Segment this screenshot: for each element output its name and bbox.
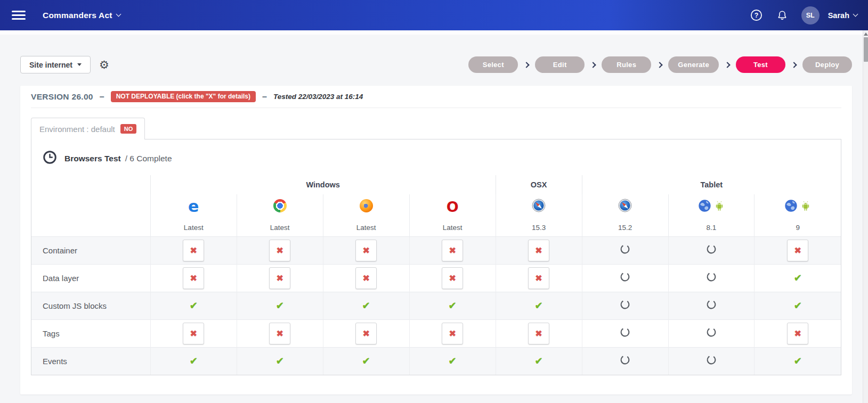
fail-x-button[interactable]: ✖ [528, 267, 549, 289]
user-avatar[interactable]: SL [801, 6, 820, 24]
fail-x-button[interactable]: ✖ [183, 240, 204, 261]
environment-tabs: Environment : default NO [31, 118, 841, 139]
pass-check-icon: ✔ [794, 273, 802, 283]
step-edit[interactable]: Edit [535, 56, 585, 73]
test-result-cell: ✔ [237, 292, 323, 319]
panel-complete-count: / 6 Complete [125, 154, 172, 163]
test-result-cell: ✖ [409, 236, 496, 264]
user-menu[interactable]: Sarah [828, 11, 857, 20]
fail-x-button[interactable]: ✖ [269, 267, 290, 289]
x-mark-icon: ✖ [794, 329, 801, 338]
test-result-cell: ✔ [323, 292, 409, 319]
scroll-up-icon[interactable] [864, 32, 868, 36]
x-mark-icon: ✖ [535, 329, 542, 338]
fail-x-button[interactable]: ✖ [528, 323, 549, 344]
fail-x-button[interactable]: ✖ [787, 240, 808, 261]
fail-x-button[interactable]: ✖ [183, 323, 204, 344]
top-navbar: Commanders Act ? SL Sarah [0, 0, 868, 30]
vertical-scrollbar[interactable] [863, 30, 868, 403]
fail-x-button[interactable]: ✖ [442, 240, 463, 261]
hamburger-menu-icon[interactable] [12, 9, 26, 22]
pass-check-icon: ✔ [362, 300, 370, 311]
platform-group-tablet: Tablet [582, 175, 841, 194]
browser-column-header [582, 194, 668, 219]
site-selector-dropdown[interactable]: Site internet [20, 56, 91, 73]
loading-spinner-icon [620, 327, 630, 338]
test-result-cell [668, 292, 755, 319]
fail-x-button[interactable]: ✖ [269, 240, 290, 261]
pass-check-icon: ✔ [362, 356, 370, 366]
test-result-cell: ✖ [755, 236, 841, 264]
fail-x-button[interactable]: ✖ [787, 323, 808, 344]
notifications-bell-icon[interactable] [776, 9, 789, 22]
browser-version-label: 15.2 [582, 219, 668, 236]
pass-check-icon: ✔ [794, 300, 802, 311]
x-mark-icon: ✖ [362, 329, 369, 338]
x-mark-icon: ✖ [277, 329, 283, 338]
browsers-test-table: WindowsOSXTableteOLatestLatestLatestLate… [31, 175, 841, 375]
fail-x-button[interactable]: ✖ [183, 267, 204, 289]
fail-x-button[interactable]: ✖ [355, 240, 377, 261]
test-result-cell: ✖ [496, 236, 582, 264]
loading-spinner-icon [620, 272, 630, 282]
help-icon[interactable]: ? [750, 9, 763, 22]
test-result-cell: ✖ [323, 319, 409, 347]
fail-x-button[interactable]: ✖ [442, 323, 463, 344]
test-result-cell: ✖ [323, 264, 409, 292]
test-result-cell: ✔ [409, 347, 496, 375]
navbar-divider [0, 30, 868, 35]
fail-x-button[interactable]: ✖ [355, 267, 377, 289]
test-result-cell: ✖ [237, 319, 323, 347]
browser-version-label: Latest [323, 219, 409, 236]
test-result-cell [582, 319, 668, 347]
x-mark-icon: ✖ [535, 246, 542, 255]
table-row: Custom JS blocks✔✔✔✔✔✔ [31, 292, 841, 319]
x-mark-icon: ✖ [449, 274, 456, 283]
row-label: Data layer [31, 264, 150, 292]
platform-group-row: WindowsOSXTablet [31, 175, 841, 194]
fail-x-button[interactable]: ✖ [528, 240, 549, 261]
page-content: Site internet ⚙ SelectEditRulesGenerateT… [0, 56, 868, 394]
table-row: Container✖✖✖✖✖✖ [31, 236, 841, 264]
step-rules[interactable]: Rules [602, 56, 651, 73]
browser-version-row: LatestLatestLatestLatest15.315.28.19 [31, 219, 841, 236]
step-deploy[interactable]: Deploy [802, 56, 852, 73]
x-mark-icon: ✖ [277, 274, 283, 283]
scrollbar-thumb[interactable] [864, 37, 868, 62]
chrome-icon [273, 199, 287, 212]
panel-title: Browsers Test [64, 154, 121, 163]
loading-spinner-icon [620, 299, 630, 310]
fail-x-button[interactable]: ✖ [355, 323, 377, 344]
test-result-cell: ✖ [496, 264, 582, 292]
test-result-cell: ✔ [496, 292, 582, 319]
platform-group-osx: OSX [496, 175, 582, 194]
gear-icon[interactable]: ⚙ [99, 59, 109, 70]
browser-column-header [496, 194, 582, 219]
browser-column-header [237, 194, 323, 219]
browser-version-label: Latest [237, 219, 323, 236]
fail-x-button[interactable]: ✖ [442, 267, 463, 289]
test-result-cell: ✔ [755, 292, 841, 319]
x-mark-icon: ✖ [362, 246, 369, 255]
pass-check-icon: ✔ [190, 300, 198, 311]
firefox-icon [360, 199, 373, 212]
site-selector-label: Site internet [29, 61, 72, 69]
test-result-cell: ✔ [323, 347, 409, 375]
tab-environment-default[interactable]: Environment : default NO [31, 118, 145, 139]
browser-version-label: Latest [409, 219, 496, 236]
browsers-test-panel: Browsers Test / 6 Complete WindowsOSXTab… [31, 139, 841, 375]
step-select[interactable]: Select [468, 56, 518, 73]
svg-text:?: ? [755, 12, 759, 19]
step-test[interactable]: Test [736, 56, 785, 73]
table-row: Events✔✔✔✔✔✔ [31, 347, 841, 375]
fail-x-button[interactable]: ✖ [269, 323, 290, 344]
test-result-cell [582, 264, 668, 292]
step-generate[interactable]: Generate [668, 56, 719, 73]
app-brand-dropdown[interactable]: Commanders Act [43, 11, 120, 20]
test-result-cell: ✔ [409, 292, 496, 319]
test-result-cell: ✔ [237, 347, 323, 375]
loading-spinner-icon [620, 244, 630, 254]
browser-column-header [323, 194, 409, 219]
browser-globe-icon [784, 199, 798, 215]
test-result-cell: ✔ [150, 347, 237, 375]
